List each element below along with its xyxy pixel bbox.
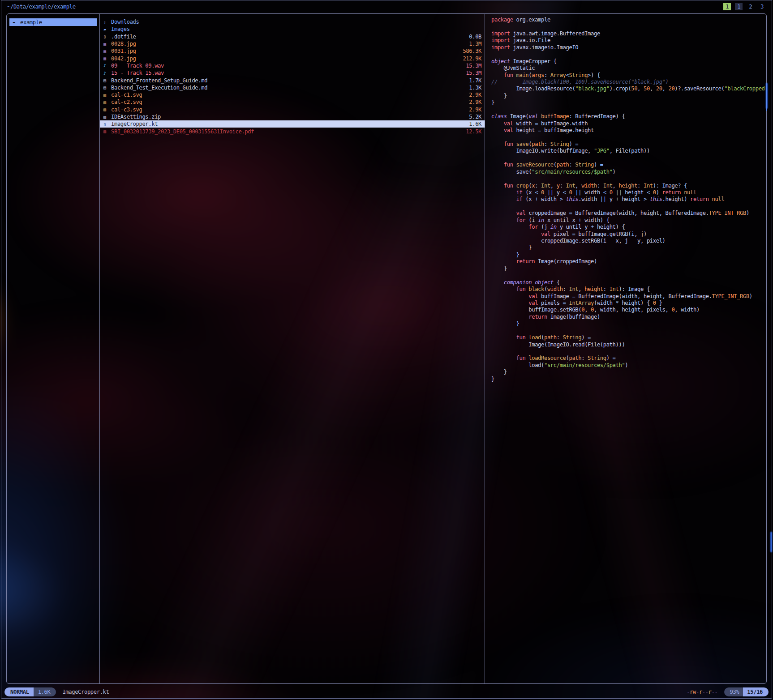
- preview-scrollbar[interactable]: [766, 83, 767, 111]
- code-line: Image.loadResource("black.jpg").crop(50,…: [491, 85, 766, 92]
- code-line: import java.io.File: [491, 37, 766, 44]
- code-line: fun main(args: Array<String>) {: [491, 72, 766, 79]
- file-row[interactable]: ▥SBI_0032013739_2023_DE05_0003155631Invo…: [100, 128, 485, 135]
- file-row[interactable]: ▯.dotfile0.0B: [100, 33, 485, 40]
- parent-dir-label: example: [20, 19, 42, 26]
- permissions: -rw-r--r--: [687, 689, 717, 695]
- file-name: 15 - Track 15.wav: [111, 70, 164, 76]
- file-name: 0028.jpg: [111, 41, 136, 47]
- status-bar: NORMAL 1.6K ImageCropper.kt -rw-r--r-- 9…: [4, 687, 769, 696]
- file-size: 586.3K: [459, 48, 481, 54]
- selected-file-size: 1.6K: [34, 687, 56, 696]
- code-line: if (x + width > this.width || y + height…: [491, 196, 766, 203]
- file-name: Images: [111, 26, 130, 32]
- file-row[interactable]: ▨IDEAsettings.zip5.2K: [100, 113, 485, 120]
- file-size: 1.6K: [465, 121, 481, 127]
- wallpaper-blue-streak: [770, 532, 772, 552]
- code-line: ImageIO.write(buffImage, "JPG", File(pat…: [491, 148, 766, 154]
- file-row[interactable]: ▤Backend_Test_Execution_Guide.md1.3K: [100, 84, 485, 91]
- file-row[interactable]: ▯ImageCropper.kt1.6K: [100, 120, 485, 128]
- download-icon: ⇩: [103, 20, 111, 25]
- file-row[interactable]: ▧cal-c1.svg2.9K: [100, 91, 485, 98]
- pdf-icon: ▥: [103, 129, 111, 134]
- file-size: 2.9K: [465, 99, 481, 105]
- file-row[interactable]: ▰Images: [100, 26, 485, 33]
- code-line: fun crop(x: Int, y: Int, width: Int, hei…: [491, 183, 766, 189]
- folder-icon: ▰: [13, 20, 20, 25]
- file-size: 5.2K: [465, 114, 481, 120]
- code-line: }: [491, 376, 766, 383]
- code-line: val width = buffImage.width: [491, 120, 766, 127]
- code-line: [491, 328, 766, 334]
- code-line: [491, 51, 766, 58]
- code-line: companion object {: [491, 279, 766, 286]
- file-row[interactable]: ▦0028.jpg1.3M: [100, 40, 485, 47]
- status-left: NORMAL 1.6K ImageCropper.kt: [4, 687, 109, 696]
- tab-3[interactable]: 3: [758, 3, 766, 10]
- audio-icon: ♪: [103, 63, 111, 68]
- code-line: Image(ImageIO.read(File(path))): [491, 341, 766, 348]
- code-line: return Image(buffImage): [491, 314, 766, 320]
- file-row[interactable]: ♪15 - Track 15.wav15.3M: [100, 69, 485, 77]
- file-row[interactable]: ▦0042.jpg212.9K: [100, 55, 485, 62]
- code-line: }: [491, 252, 766, 258]
- markdown-icon: ▤: [103, 85, 111, 90]
- file-name: ImageCropper.kt: [111, 121, 158, 127]
- file-name: 09 - Track 09.wav: [111, 63, 164, 69]
- file-size: 212.9K: [459, 55, 481, 62]
- code-line: [491, 175, 766, 182]
- file-name: cal-c3.svg: [111, 107, 142, 113]
- code-line: for (i in x until x + width) {: [491, 217, 766, 224]
- tab-1[interactable]: 1: [735, 3, 743, 10]
- code-line: }: [491, 320, 766, 327]
- code-line: @JvmStatic: [491, 65, 766, 72]
- file-size: 12.5K: [462, 128, 481, 135]
- file-size: 0.0B: [465, 34, 481, 40]
- status-right: -rw-r--r-- 93% 15/16: [687, 687, 769, 696]
- code-preview[interactable]: package org.example import java.awt.imag…: [485, 14, 766, 683]
- svg-icon: ▧: [103, 93, 111, 98]
- file-row[interactable]: ▤Backend_Frontend_Setup_Guide.md1.7K: [100, 77, 485, 84]
- code-line: if (x < 0 || y < 0 || width < 0 || heigh…: [491, 189, 766, 196]
- selected-file-name: ImageCropper.kt: [62, 689, 109, 695]
- code-line: import javax.imageio.ImageIO: [491, 44, 766, 51]
- parent-dir-item[interactable]: ▰ example: [9, 18, 97, 26]
- file-row[interactable]: ▦0031.jpg586.3K: [100, 47, 485, 55]
- file-name: 0042.jpg: [111, 55, 136, 62]
- code-line: object ImageCropper {: [491, 58, 766, 65]
- file-icon: ▯: [103, 34, 111, 39]
- code-line: croppedImage.setRGB(i - x, j - y, pixel): [491, 238, 766, 244]
- code-line: fun black(width: Int, height: Int): Imag…: [491, 286, 766, 293]
- code-line: val buffImage = BufferedImage(width, hei…: [491, 293, 766, 300]
- file-name: Backend_Frontend_Setup_Guide.md: [111, 77, 207, 84]
- file-name: cal-c1.svg: [111, 92, 142, 98]
- code-line: val height = buffImage.height: [491, 127, 766, 134]
- tab-2[interactable]: 2: [747, 3, 754, 10]
- file-row[interactable]: ⇩Downloads: [100, 18, 485, 26]
- code-line: val croppedImage = BufferedImage(width, …: [491, 210, 766, 217]
- code-line: }: [491, 244, 766, 251]
- code-line: buffImage.setRGB(0, 0, width, height, pi…: [491, 307, 766, 313]
- code-line: import java.awt.image.BufferedImage: [491, 30, 766, 37]
- current-path: ~/Data/example/example: [7, 4, 76, 10]
- file-row[interactable]: ▧cal-c2.svg2.9K: [100, 98, 485, 106]
- file-name: Backend_Test_Execution_Guide.md: [111, 85, 207, 91]
- code-line: [491, 348, 766, 355]
- code-line: [491, 155, 766, 162]
- code-line: class Image(val buffImage: BufferedImage…: [491, 113, 766, 120]
- file-size: 1.3K: [465, 85, 481, 91]
- code-line: [491, 272, 766, 279]
- file-row[interactable]: ▧cal-c3.svg2.9K: [100, 106, 485, 113]
- file-name: cal-c2.svg: [111, 99, 142, 105]
- markdown-icon: ▤: [103, 78, 111, 83]
- file-size: 2.9K: [465, 92, 481, 98]
- file-size: 15.3M: [462, 70, 481, 76]
- file-name: Downloads: [111, 19, 139, 25]
- code-line: load("src/main/resources/$path"): [491, 362, 766, 369]
- tasks-badge: 1: [723, 3, 731, 10]
- file-size: 15.3M: [462, 63, 481, 69]
- code-line: val pixels = IntArray(width * height) { …: [491, 300, 766, 307]
- code-line: [491, 134, 766, 141]
- file-list: ⇩Downloads▰Images▯.dotfile0.0B▦0028.jpg1…: [100, 14, 485, 683]
- file-row[interactable]: ♪09 - Track 09.wav15.3M: [100, 62, 485, 69]
